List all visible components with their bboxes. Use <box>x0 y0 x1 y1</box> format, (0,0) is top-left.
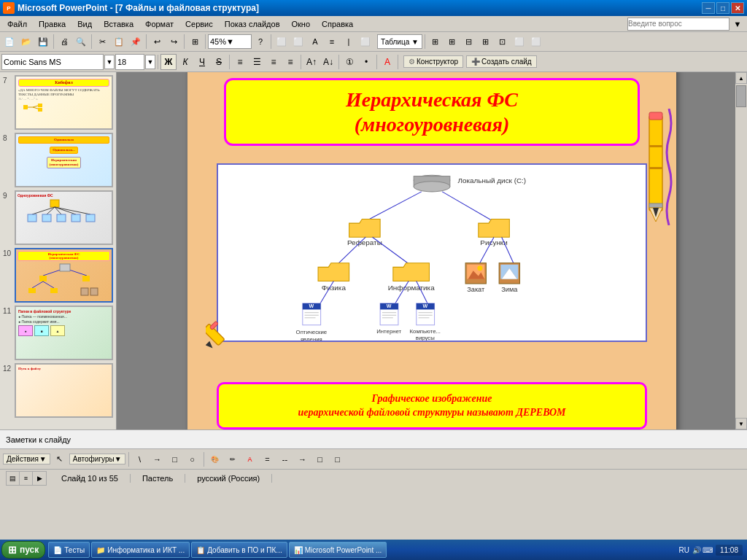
scroll-track[interactable] <box>735 84 747 418</box>
menu-help[interactable]: Справка <box>316 18 359 30</box>
align-left-button[interactable]: ≡ <box>232 54 248 70</box>
italic-button[interactable]: К <box>177 54 193 70</box>
draw-tool-2[interactable]: ⬜ <box>290 34 306 50</box>
arrow-tool[interactable]: → <box>150 451 166 467</box>
table-btn-6[interactable]: ⬜ <box>511 34 527 50</box>
font-dropdown-arrow[interactable]: ▼ <box>104 55 115 69</box>
maximize-button[interactable]: □ <box>716 2 729 14</box>
shadow-btn[interactable]: □ <box>312 451 328 467</box>
menu-slideshow[interactable]: Показ слайдов <box>219 18 286 30</box>
create-slide-button[interactable]: ➕ Создать слайд <box>466 55 537 68</box>
font-color-button[interactable]: A <box>379 54 395 70</box>
rect-tool[interactable]: □ <box>167 451 183 467</box>
arrow-style-btn[interactable]: → <box>295 451 311 467</box>
table-dropdown[interactable]: Таблица ▼ <box>377 34 422 49</box>
minimize-button[interactable]: ─ <box>702 2 715 14</box>
slideshow-view-btn[interactable]: ▶ <box>33 472 46 485</box>
taskbar-item-powerpoint[interactable]: 📊 Microsoft PowerPoint ... <box>289 542 387 558</box>
taskbar-item-tests[interactable]: 📄 Тесты <box>48 542 90 558</box>
slide-thumb-7[interactable]: 7 Кибофил «ДА МНОГО-ЧОМ ФАЙЛЫ МОГУТ СОДЕ… <box>3 75 113 130</box>
dash-style-btn[interactable]: -- <box>277 451 293 467</box>
draw-pointer[interactable]: ↖ <box>52 451 68 467</box>
size-dropdown-arrow[interactable]: ▼ <box>145 55 155 69</box>
menu-format[interactable]: Формат <box>139 18 179 30</box>
paste-button[interactable]: 📌 <box>128 34 144 50</box>
increase-font-button[interactable]: A↑ <box>303 54 320 70</box>
slide-image-7[interactable]: Кибофил «ДА МНОГО-ЧОМ ФАЙЛЫ МОГУТ СОДЕРЖ… <box>15 75 113 130</box>
insert-table-button[interactable]: ⊞ <box>187 34 203 50</box>
menu-insert[interactable]: Вставка <box>98 18 139 30</box>
bullets-button[interactable]: • <box>358 54 374 70</box>
draw-tool-4[interactable]: ≡ <box>324 34 340 50</box>
oval-tool[interactable]: ○ <box>185 451 201 467</box>
menu-file[interactable]: Файл <box>1 18 33 30</box>
new-button[interactable]: 📄 <box>1 34 18 50</box>
slide-thumb-9[interactable]: 9 Одноуровневая ФС <box>3 190 113 245</box>
strikethrough-button[interactable]: S <box>211 54 227 70</box>
close-button[interactable]: ✕ <box>731 2 744 14</box>
taskbar-item-dobavit[interactable]: 📋 Добавить в ПО и ПК... <box>191 542 287 558</box>
bold-button[interactable]: Ж <box>160 54 177 70</box>
scroll-up-button[interactable]: ▲ <box>735 72 747 84</box>
outline-view-btn[interactable]: ≡ <box>20 472 33 485</box>
line-style-btn[interactable]: = <box>260 451 276 467</box>
taskbar-item-informatica[interactable]: 📁 Информатика и ИКТ ... <box>91 542 190 558</box>
table-btn-1[interactable]: ⊞ <box>427 34 444 50</box>
open-button[interactable]: 📂 <box>18 34 34 50</box>
table-btn-7[interactable]: ⬜ <box>528 34 544 50</box>
justify-button[interactable]: ≡ <box>282 54 298 70</box>
menu-service[interactable]: Сервис <box>179 18 219 30</box>
draw-tool-3[interactable]: A <box>307 34 323 50</box>
scroll-down-button[interactable]: ▼ <box>735 418 747 429</box>
menu-window[interactable]: Окно <box>286 18 317 30</box>
align-center-button[interactable]: ☰ <box>249 54 265 70</box>
slide-thumb-8[interactable]: 8 Однопользо Однопользо... Иерархическая… <box>3 133 113 187</box>
actions-dropdown[interactable]: Действия▼ <box>3 454 50 464</box>
help-button[interactable]: ? <box>252 34 268 50</box>
help-search-button[interactable]: ▼ <box>729 16 746 32</box>
save-button[interactable]: 💾 <box>35 34 51 50</box>
slide-image-11[interactable]: Папки в файловой структуре ● Папка — пои… <box>15 306 113 360</box>
slide-image-10[interactable]: Иерархическая ФС(многоуровневая) <box>15 248 113 303</box>
slide-thumb-10[interactable]: 10 Иерархическая ФС(многоуровневая) <box>3 248 113 303</box>
start-button[interactable]: ⊞ пуск <box>1 541 45 559</box>
print-button[interactable]: 🖨 <box>56 34 72 50</box>
font-size-input[interactable] <box>115 54 144 70</box>
table-btn-5[interactable]: ⊡ <box>495 34 511 50</box>
slide-thumb-11[interactable]: 11 Папки в файловой структуре ● Папка — … <box>3 306 113 360</box>
redo-button[interactable]: ↪ <box>166 34 182 50</box>
slide-thumb-12[interactable]: 12 Путь к файлу <box>3 363 113 418</box>
zoom-dropdown[interactable]: 45%▼ <box>208 34 252 49</box>
draw-tool-6[interactable]: ⬜ <box>357 34 374 50</box>
copy-button[interactable]: 📋 <box>111 34 127 50</box>
font-color-btn2[interactable]: A <box>242 451 258 467</box>
slide-image-9[interactable]: Одноуровневая ФС <box>15 190 113 245</box>
slide-image-8[interactable]: Однопользо Однопользо... Иерархическая(м… <box>15 133 113 187</box>
scroll-thumb[interactable] <box>736 85 746 107</box>
print-preview-button[interactable]: 🔍 <box>73 34 89 50</box>
menu-view[interactable]: Вид <box>71 18 98 30</box>
numbering-button[interactable]: ① <box>341 54 357 70</box>
slide-image-12[interactable]: Путь к файлу <box>15 363 113 418</box>
table-btn-3[interactable]: ⊟ <box>461 34 477 50</box>
fill-color-btn[interactable]: 🎨 <box>207 451 223 467</box>
help-search-input[interactable] <box>627 18 729 31</box>
constructor-button[interactable]: ⚙ Конструктор <box>403 55 463 68</box>
table-btn-4[interactable]: ⊞ <box>478 34 494 50</box>
underline-button[interactable]: Ч <box>194 54 210 70</box>
normal-view-btn[interactable]: ▤ <box>7 472 20 485</box>
draw-tool-1[interactable]: ⬜ <box>274 34 290 50</box>
3d-btn[interactable]: □ <box>330 451 346 467</box>
draw-tool-5[interactable]: | <box>341 34 357 50</box>
menu-edit[interactable]: Правка <box>33 18 71 30</box>
cut-button[interactable]: ✂ <box>94 34 110 50</box>
font-select[interactable] <box>1 54 104 70</box>
line-color-btn[interactable]: ✏ <box>225 451 241 467</box>
align-right-button[interactable]: ≡ <box>266 54 282 70</box>
line-tool[interactable]: \ <box>132 451 148 467</box>
undo-button[interactable]: ↩ <box>149 34 165 50</box>
autoshapes-dropdown[interactable]: Автофигуры▼ <box>69 454 125 464</box>
decrease-font-button[interactable]: A↓ <box>320 54 336 70</box>
vertical-scrollbar[interactable]: ▲ ▼ <box>735 72 747 429</box>
table-btn-2[interactable]: ⊞ <box>444 34 460 50</box>
